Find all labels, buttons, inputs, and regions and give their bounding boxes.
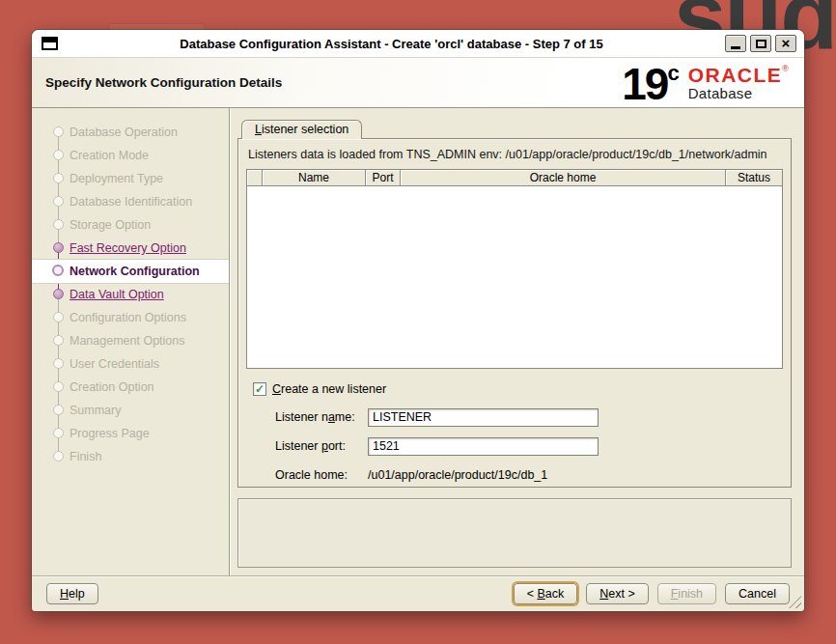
check-icon: ✓ bbox=[255, 382, 265, 396]
sidebar-step-configuration-options: Configuration Options bbox=[32, 306, 229, 329]
sidebar-step-database-operation: Database Operation bbox=[32, 121, 229, 144]
sidebar-step-network-configuration[interactable]: Network Configuration bbox=[32, 260, 229, 283]
sidebar-step-data-vault-option[interactable]: Data Vault Option bbox=[32, 283, 229, 306]
create-listener-checkbox[interactable]: ✓ bbox=[253, 382, 266, 396]
listener-table-body[interactable] bbox=[247, 186, 782, 368]
step-sidebar: Database Operation Creation Mode Deploym… bbox=[32, 108, 230, 575]
nav-buttons: < Back Next > Finish Cancel bbox=[514, 583, 790, 604]
sidebar-step-deployment-type: Deployment Type bbox=[32, 167, 229, 190]
sidebar-step-user-credentials: User Credentials bbox=[32, 352, 229, 376]
sidebar-step-progress-page: Progress Page bbox=[32, 422, 229, 445]
create-listener-label[interactable]: Create a new listener bbox=[272, 382, 386, 396]
maximize-icon bbox=[756, 40, 766, 48]
minimize-icon bbox=[731, 46, 740, 49]
resize-grip[interactable] bbox=[789, 596, 801, 608]
listener-selection-panel: Listeners data is loaded from TNS_ADMIN … bbox=[237, 138, 792, 488]
create-listener-row: ✓ Create a new listener bbox=[253, 382, 791, 396]
minimize-button[interactable] bbox=[725, 35, 746, 52]
database-wordmark: Database bbox=[688, 86, 753, 102]
sidebar-step-storage-option: Storage Option bbox=[32, 213, 229, 237]
listener-name-label: Listener name: bbox=[275, 410, 368, 424]
sidebar-step-finish: Finish bbox=[32, 445, 229, 468]
column-header-oracle-home[interactable]: Oracle home bbox=[401, 170, 726, 186]
sidebar-step-creation-mode: Creation Mode bbox=[32, 144, 229, 167]
desktop: sud Database Configuration Assistant - C… bbox=[0, 0, 836, 644]
oracle-home-row: Oracle home: /u01/app/oracle/product/19c… bbox=[275, 465, 791, 485]
logo-19c: 19c bbox=[622, 61, 679, 104]
maximize-button[interactable] bbox=[750, 35, 771, 52]
close-icon: × bbox=[782, 36, 791, 50]
sidebar-step-summary: Summary bbox=[32, 399, 229, 422]
listener-port-input[interactable] bbox=[368, 437, 599, 456]
column-header-status[interactable]: Status bbox=[726, 170, 782, 186]
cancel-button[interactable]: Cancel bbox=[725, 583, 790, 604]
registered-mark: ® bbox=[782, 64, 789, 73]
window-title: Database Configuration Assistant - Creat… bbox=[58, 37, 725, 51]
dbca-window: Database Configuration Assistant - Creat… bbox=[32, 30, 804, 611]
window-menu-icon[interactable] bbox=[42, 37, 58, 50]
oracle-wordmark: ORACLE bbox=[688, 64, 783, 86]
wizard-header: Specify Network Configuration Details 19… bbox=[32, 58, 804, 108]
sidebar-step-fast-recovery-option[interactable]: Fast Recovery Option bbox=[32, 237, 229, 260]
sidebar-step-database-identification: Database Identification bbox=[32, 190, 229, 213]
tns-admin-info-text: Listeners data is loaded from TNS_ADMIN … bbox=[238, 139, 791, 169]
wizard-body: Database Operation Creation Mode Deploym… bbox=[32, 108, 804, 575]
finish-button: Finish bbox=[657, 583, 716, 604]
wizard-footer: Help < Back Next > Finish Cancel bbox=[32, 575, 804, 611]
listener-table: Name Port Oracle home Status bbox=[246, 169, 783, 369]
oracle-database-wordmark: ORACLE® Database bbox=[688, 64, 789, 102]
oracle-home-label: Oracle home: bbox=[275, 468, 368, 482]
next-button[interactable]: Next > bbox=[586, 583, 648, 604]
window-controls: × bbox=[725, 35, 796, 52]
listener-port-label: Listener port: bbox=[275, 439, 368, 453]
back-button[interactable]: < Back bbox=[514, 583, 578, 604]
help-button[interactable]: Help bbox=[46, 583, 98, 604]
message-area bbox=[237, 498, 792, 568]
listener-port-row: Listener port: bbox=[275, 436, 791, 456]
column-header-port[interactable]: Port bbox=[366, 170, 401, 186]
listener-name-input[interactable] bbox=[368, 408, 599, 427]
titlebar: Database Configuration Assistant - Creat… bbox=[32, 30, 804, 58]
column-header-name[interactable]: Name bbox=[263, 170, 366, 186]
sidebar-step-creation-option: Creation Option bbox=[32, 376, 229, 399]
main-content: Listener selection Listeners data is loa… bbox=[230, 108, 804, 575]
page-title: Specify Network Configuration Details bbox=[45, 75, 622, 90]
sidebar-step-management-options: Management Options bbox=[32, 329, 229, 352]
listener-name-row: Listener name: bbox=[275, 407, 791, 427]
oracle-home-value: /u01/app/oracle/product/19c/db_1 bbox=[368, 468, 547, 482]
tab-listener-selection[interactable]: Listener selection bbox=[241, 120, 362, 139]
listener-table-header: Name Port Oracle home Status bbox=[247, 170, 782, 186]
listener-fields: Listener name: Listener port: Oracle hom… bbox=[275, 407, 791, 485]
step-list: Database Operation Creation Mode Deploym… bbox=[32, 121, 229, 468]
column-header-gutter bbox=[247, 170, 263, 186]
close-button[interactable]: × bbox=[775, 35, 796, 52]
oracle-19c-logo: 19c ORACLE® Database bbox=[622, 61, 793, 104]
